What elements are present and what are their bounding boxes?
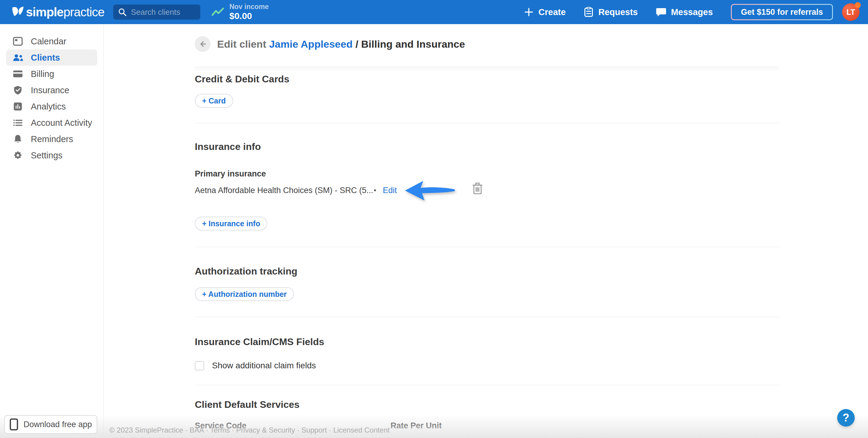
truncation-bullet: • <box>374 187 376 194</box>
section-divider <box>195 247 779 247</box>
sidebar-item-analytics[interactable]: Analytics <box>6 98 97 114</box>
requests-label: Requests <box>598 7 638 17</box>
insurance-shield-icon <box>13 86 23 95</box>
logo-text-regular: practice <box>63 5 104 19</box>
primary-insurance-label: Primary insurance <box>195 169 779 178</box>
sidebar-item-clients[interactable]: Clients <box>6 49 97 66</box>
checkbox-label: Show additional claim fields <box>212 361 316 370</box>
add-card-button[interactable]: + Card <box>195 94 233 108</box>
client-default-services-heading: Client Default Services <box>195 399 779 410</box>
credit-debit-cards-heading: Credit & Debit Cards <box>195 74 779 85</box>
account-activity-list-icon <box>13 119 23 126</box>
back-arrow-icon <box>198 40 207 48</box>
butterfly-logo-icon <box>11 6 24 18</box>
avatar-initials: LT <box>846 8 855 16</box>
sidebar-item-label: Clients <box>31 53 60 63</box>
sidebar-item-billing[interactable]: Billing <box>6 66 97 82</box>
insurance-info-heading: Insurance info <box>195 141 779 152</box>
sidebar-item-label: Calendar <box>31 36 66 46</box>
income-value: $0.00 <box>229 11 269 21</box>
section-divider <box>195 123 779 123</box>
page-title: Edit client Jamie Appleseed / Billing an… <box>217 38 465 50</box>
client-name-link[interactable]: Jamie Appleseed <box>269 38 353 50</box>
download-app-button[interactable]: Download free app <box>4 415 97 434</box>
messages-label: Messages <box>671 7 713 17</box>
messages-bubble-icon <box>656 7 666 17</box>
title-prefix: Edit client <box>217 38 266 50</box>
delete-insurance-button[interactable] <box>472 182 483 196</box>
logo-text-bold: simple <box>26 5 63 19</box>
edit-insurance-link[interactable]: Edit <box>383 186 397 195</box>
add-authorization-number-button[interactable]: + Authorization number <box>195 287 294 301</box>
show-additional-claim-fields-row[interactable]: Show additional claim fields <box>195 361 779 370</box>
income-trend-icon <box>211 7 224 18</box>
rate-per-unit-label: Rate Per Unit <box>391 421 779 431</box>
plus-icon <box>524 7 534 17</box>
primary-insurance-row: Aetna Affordable Health Choices (SM) - S… <box>195 181 779 199</box>
reminders-bell-icon <box>13 135 23 143</box>
billing-card-icon <box>13 70 23 77</box>
add-insurance-info-button[interactable]: + Insurance info <box>195 216 267 231</box>
sidebar-item-label: Insurance <box>31 86 69 95</box>
settings-gear-icon <box>13 151 23 160</box>
messages-button[interactable]: Messages <box>656 7 713 17</box>
sidebar-item-label: Billing <box>31 69 54 79</box>
requests-button[interactable]: Requests <box>584 7 638 17</box>
requests-clipboard-icon <box>584 7 593 17</box>
referral-offer-button[interactable]: Get $150 for referrals <box>731 4 833 20</box>
search-icon <box>118 8 127 16</box>
sidebar-item-label: Settings <box>31 150 63 161</box>
show-additional-claim-fields-checkbox[interactable] <box>195 361 204 370</box>
main-content: Edit client Jamie Appleseed / Billing an… <box>103 24 868 438</box>
section-divider <box>195 317 779 317</box>
monthly-income-widget[interactable]: Nov income $0.00 <box>211 3 269 21</box>
page-header: Edit client Jamie Appleseed / Billing an… <box>195 36 779 52</box>
search-input[interactable] <box>131 7 191 17</box>
clients-icon <box>13 54 23 62</box>
sidebar-item-calendar[interactable]: Calendar <box>6 33 97 49</box>
phone-icon <box>10 418 18 431</box>
title-suffix: / Billing and Insurance <box>355 38 465 50</box>
create-button[interactable]: Create <box>524 7 566 17</box>
client-search[interactable] <box>113 4 200 20</box>
insurance-claim-fields-heading: Insurance Claim/CMS Fields <box>195 336 779 347</box>
footer-links[interactable]: © 2023 SimplePractice · BAA · Terms · Pr… <box>109 426 390 434</box>
notification-dot <box>855 2 861 8</box>
download-app-label: Download free app <box>24 420 92 429</box>
sidebar-item-label: Account Activity <box>31 118 92 128</box>
form-top-divider <box>195 66 779 72</box>
user-avatar[interactable]: LT <box>842 3 860 21</box>
sidebar-item-reminders[interactable]: Reminders <box>6 131 97 147</box>
create-label: Create <box>538 7 566 17</box>
sidebar-item-settings[interactable]: Settings <box>6 147 97 164</box>
section-divider <box>195 385 779 385</box>
income-label: Nov income <box>229 3 269 11</box>
sidebar-item-account-activity[interactable]: Account Activity <box>6 114 97 131</box>
annotation-arrow <box>404 180 456 202</box>
sidebar-item-insurance[interactable]: Insurance <box>6 82 97 98</box>
sidebar-item-label: Reminders <box>31 134 73 144</box>
simplepractice-logo[interactable]: simplepractice <box>11 5 104 19</box>
analytics-chart-icon <box>13 102 23 111</box>
trash-icon <box>472 182 483 195</box>
top-navigation-bar: simplepractice Nov income $0.00 Create <box>0 0 868 24</box>
calendar-icon <box>13 37 23 46</box>
authorization-tracking-heading: Authorization tracking <box>195 266 779 277</box>
help-question-mark: ? <box>843 411 849 424</box>
sidebar-item-label: Analytics <box>31 102 66 112</box>
primary-insurance-value: Aetna Affordable Health Choices (SM) - S… <box>195 186 373 195</box>
sidebar-navigation: Calendar Clients Billing Insurance Analy… <box>0 24 103 438</box>
help-button[interactable]: ? <box>837 409 855 427</box>
back-button[interactable] <box>195 36 211 52</box>
